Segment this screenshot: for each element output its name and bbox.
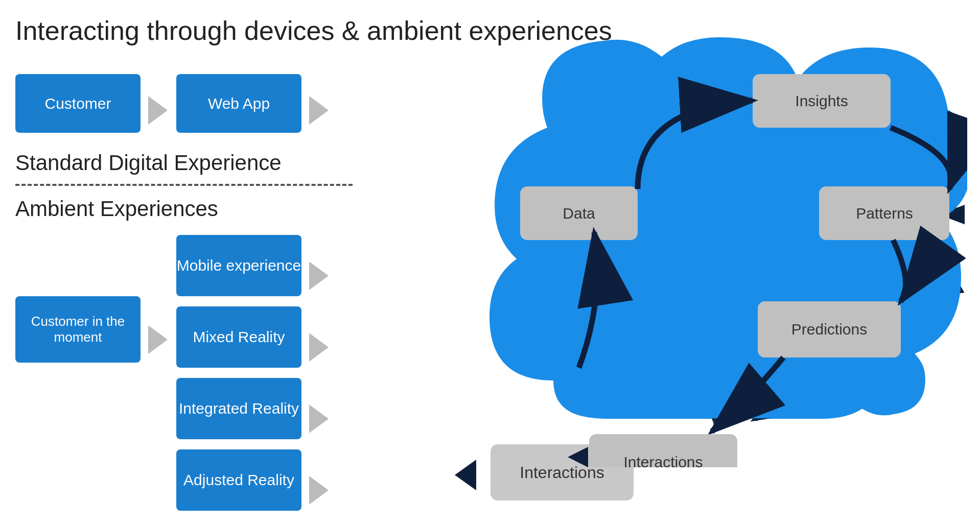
arrow-customer-webapp [148, 96, 168, 125]
adjusted-reality-box: Adjusted Reality [176, 449, 301, 511]
arrow-to-interactions [455, 460, 476, 490]
patterns-box: Patterns [822, 189, 944, 240]
web-app-box: Web App [176, 74, 301, 133]
ambient-experiences-label: Ambient Experiences [15, 197, 218, 221]
cloud-container: Insights Data Patterns Predictions [464, 31, 965, 429]
mixed-reality-box: Mixed Reality [176, 306, 301, 368]
arrow-mobile [309, 261, 329, 290]
customer-box: Customer [15, 74, 141, 133]
integrated-reality-box: Integrated Reality [176, 378, 301, 439]
dashed-separator [15, 184, 353, 186]
mobile-experience-box: Mobile experience [176, 235, 301, 296]
arrow-adjusted [309, 476, 329, 505]
customer-moment-box: Customer in the moment [15, 296, 141, 363]
interactions-box: Interactions [491, 444, 634, 501]
data-box: Data [530, 189, 643, 240]
arrow-webapp-cloud [309, 96, 329, 125]
svg-text:Interactions: Interactions [623, 454, 703, 467]
arrow-moment [148, 325, 168, 354]
arrow-integrated [309, 404, 329, 433]
arrow-mixed [309, 333, 329, 362]
predictions-box: Predictions [755, 301, 898, 358]
insights-box: Insights [755, 79, 888, 130]
standard-digital-label: Standard Digital Experience [15, 151, 282, 175]
